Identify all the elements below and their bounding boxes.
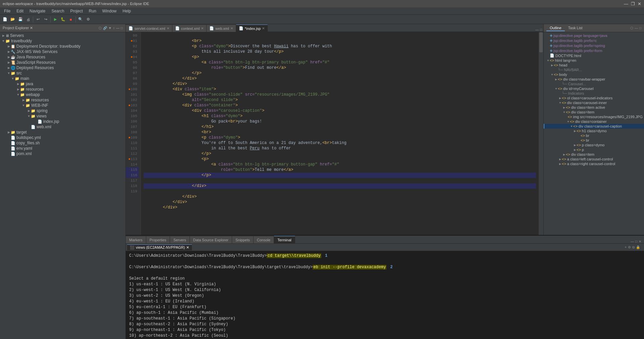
tb-new-btn[interactable]: 📄 bbox=[1, 16, 9, 23]
term-new-btn[interactable]: + bbox=[625, 245, 627, 249]
tree-item-views[interactable]: ▼ 📁 views bbox=[0, 113, 125, 119]
tb-print-btn[interactable]: 🖨 bbox=[24, 16, 32, 23]
tree-item-buildspec[interactable]: 📄 buildspec.yml bbox=[0, 135, 125, 140]
outline-img[interactable]: <> img src=resources/images/IMG_2199.JPG bbox=[544, 114, 644, 119]
tab-snippets[interactable]: Snippets bbox=[232, 236, 254, 243]
outline-html[interactable]: ▼ <> html lang=en bbox=[544, 58, 644, 63]
outline-br1[interactable]: <> br bbox=[544, 133, 644, 138]
term-subtab-views[interactable]: ⬛ views (EC2AMAZ-NVPPAGR) ✕ bbox=[127, 244, 192, 250]
outline-navbar-wrapper[interactable]: ▶ <> div class=navbar-wrapper bbox=[544, 77, 644, 82]
editor-minimize-btn[interactable]: — bbox=[535, 28, 539, 32]
tab-context-close[interactable]: ✕ bbox=[201, 27, 204, 30]
tree-item-copyfiles[interactable]: 📄 copy_files.sh bbox=[0, 140, 125, 146]
tree-item-servers[interactable]: ▶ 🖥 Servers bbox=[0, 33, 125, 38]
tree-item-indexjsp[interactable]: 📄 index.jsp bbox=[0, 119, 125, 124]
tb-search-btn[interactable]: 🔍 bbox=[77, 16, 84, 23]
tab-servlet-context[interactable]: 📄 servlet-context.xml ✕ bbox=[126, 25, 172, 32]
tree-item-webxml[interactable]: 📄 web.xml bbox=[0, 124, 125, 130]
terminal-content[interactable]: C:\Users\Administrator\Downloads\TravelB… bbox=[126, 251, 644, 339]
tree-item-webinf[interactable]: ▼ 📁 WEB-INF bbox=[0, 103, 125, 108]
collapse-all-btn[interactable]: ⬡ bbox=[99, 26, 102, 30]
tab-servlet-close[interactable]: ✕ bbox=[167, 27, 169, 30]
tree-item-travelbuddy[interactable]: ▼ 📁 travelbuddy bbox=[0, 38, 125, 44]
filter-btn[interactable]: ▼ bbox=[108, 26, 112, 30]
tb-save-btn[interactable]: 💾 bbox=[17, 16, 24, 23]
outline-directive-spring[interactable]: ◈ jsp:directive.taglib prefix=spring bbox=[544, 43, 644, 48]
menu-search[interactable]: Search bbox=[49, 8, 67, 14]
maximize-panel-btn[interactable]: □ bbox=[121, 26, 123, 30]
tb-open-btn[interactable]: 📂 bbox=[9, 16, 16, 23]
menu-navigate[interactable]: Navigate bbox=[27, 8, 48, 14]
code-content[interactable]: <br> <p class="dymo">Discover the best H… bbox=[141, 32, 539, 235]
outline-maximize-btn[interactable]: □ bbox=[639, 26, 641, 30]
menu-file[interactable]: File bbox=[1, 8, 13, 14]
close-button[interactable]: ✕ bbox=[638, 1, 641, 6]
menu-edit[interactable]: Edit bbox=[14, 8, 26, 14]
tab-webxml[interactable]: 📄 web.xml ✕ bbox=[207, 25, 236, 32]
menu-help[interactable]: Help bbox=[120, 8, 134, 14]
outline-container[interactable]: ▼ <> div class=container bbox=[544, 119, 644, 124]
outline-doctype[interactable]: 📄 DOCTYPE:html bbox=[544, 53, 644, 58]
outline-a-left[interactable]: ▶ <> a class=left carousel-control bbox=[544, 157, 644, 161]
tab-indexjsp[interactable]: 📄 *index.jsp ✕ bbox=[236, 25, 268, 32]
outline-minimize-btn[interactable]: — bbox=[635, 26, 638, 30]
outline-h1-dymo[interactable]: ▶ <> h1 class=dymo bbox=[544, 129, 644, 133]
bottom-minimize-btn[interactable]: — bbox=[631, 240, 634, 243]
tree-item-java[interactable]: ▶ 📁 java bbox=[0, 81, 125, 87]
tree-item-webapp[interactable]: ▼ 📁 webapp bbox=[0, 92, 125, 97]
outline-head[interactable]: ▶ <> head bbox=[544, 63, 644, 67]
term-copy-btn[interactable]: ⧉ bbox=[632, 245, 635, 249]
sync-btn[interactable]: ↕ bbox=[113, 26, 115, 30]
outline-body[interactable]: ▼ <> body bbox=[544, 72, 644, 77]
outline-navbar-comment[interactable]: └─ NAVBAR... bbox=[544, 67, 644, 72]
outline-p[interactable]: ▶ <> p bbox=[544, 147, 644, 152]
menu-window[interactable]: Window bbox=[100, 8, 119, 14]
tree-item-webapp-resources[interactable]: ▶ 📁 resources bbox=[0, 97, 125, 103]
tree-item-target[interactable]: ▶ 📁 target bbox=[0, 130, 125, 135]
tb-stop-btn[interactable]: ■ bbox=[67, 16, 74, 23]
tb-run-btn[interactable]: ▶ bbox=[52, 16, 59, 23]
outline-a-right[interactable]: ▶ <> a class=right carousel-control bbox=[544, 161, 644, 166]
tab-properties[interactable]: Properties bbox=[146, 236, 170, 243]
tb-settings-btn[interactable]: ⚙ bbox=[85, 16, 92, 23]
tab-outline[interactable]: Outline bbox=[546, 25, 565, 31]
tab-webxml-close[interactable]: ✕ bbox=[230, 27, 233, 30]
tree-item-resources[interactable]: ▶ 📁 resources bbox=[0, 87, 125, 92]
minimize-button[interactable]: — bbox=[624, 1, 628, 6]
editor-scrollbar[interactable] bbox=[539, 32, 543, 235]
minimize-panel-btn[interactable]: — bbox=[116, 26, 119, 30]
tb-debug-btn[interactable]: 🐛 bbox=[59, 16, 67, 23]
outline-ol-indicators[interactable]: ▶ <> ol class=carousel-indicators bbox=[544, 96, 644, 100]
link-btn[interactable]: 🔗 bbox=[103, 26, 107, 30]
tree-item-src[interactable]: ▼ 📁 src bbox=[0, 70, 125, 76]
term-settings-btn[interactable]: ⚙ bbox=[628, 245, 631, 249]
tree-item-main[interactable]: ▼ 📁 main bbox=[0, 76, 125, 81]
outline-div-item2[interactable]: ▶ <> div class=item bbox=[544, 152, 644, 157]
tab-console[interactable]: Console bbox=[254, 236, 274, 243]
tab-indexjsp-close[interactable]: ✕ bbox=[262, 27, 265, 30]
outline-carousel-caption[interactable]: ▼ <> div class=carousel-caption bbox=[544, 124, 644, 129]
outline-directive-c[interactable]: ◈ jsp:directive.taglib prefix=c bbox=[544, 38, 644, 43]
outline-p-dymo[interactable]: ▶ <> p class=dymo bbox=[544, 143, 644, 147]
outline-carousel-comment[interactable]: └─ Carousel... bbox=[544, 82, 644, 86]
maximize-button[interactable]: ❐ bbox=[631, 1, 635, 6]
bottom-maximize-btn[interactable]: □ bbox=[635, 240, 637, 243]
outline-item[interactable]: ▼ <> div class=item bbox=[544, 110, 644, 114]
tree-item-envyaml[interactable]: 📄 env.yaml bbox=[0, 146, 125, 151]
tb-redo-btn[interactable]: ↪ bbox=[42, 16, 49, 23]
tb-undo-btn[interactable]: ↩ bbox=[34, 16, 42, 23]
outline-directive-form[interactable]: ◈ jsp:directive.taglib prefix=form bbox=[544, 48, 644, 53]
outline-indicators-comment[interactable]: └─ Indicators bbox=[544, 91, 644, 96]
tab-datasource[interactable]: Data Source Explorer bbox=[190, 236, 232, 243]
tree-item-pomxml[interactable]: 📄 pom.xml bbox=[0, 151, 125, 156]
outline-directive-page[interactable]: ◈ jsp:directive.page language=java bbox=[544, 33, 644, 38]
tab-context[interactable]: 📄 context.xml ✕ bbox=[172, 25, 207, 32]
editor-maximize-btn[interactable]: □ bbox=[540, 28, 542, 32]
outline-carousel-inner[interactable]: ▼ <> div class=carousel-inner bbox=[544, 100, 644, 105]
tab-servers[interactable]: Servers bbox=[170, 236, 190, 243]
tab-terminal[interactable]: Terminal bbox=[274, 236, 295, 243]
bottom-close-btn[interactable]: ✕ bbox=[639, 240, 641, 243]
tree-item-spring[interactable]: ▶ 📁 spring bbox=[0, 108, 125, 113]
tree-item-jaxws[interactable]: ▶ 🔧 JAX-WS Web Services bbox=[0, 49, 125, 54]
tree-item-js-resources[interactable]: ▶ 📜 JavaScript Resources bbox=[0, 60, 125, 65]
